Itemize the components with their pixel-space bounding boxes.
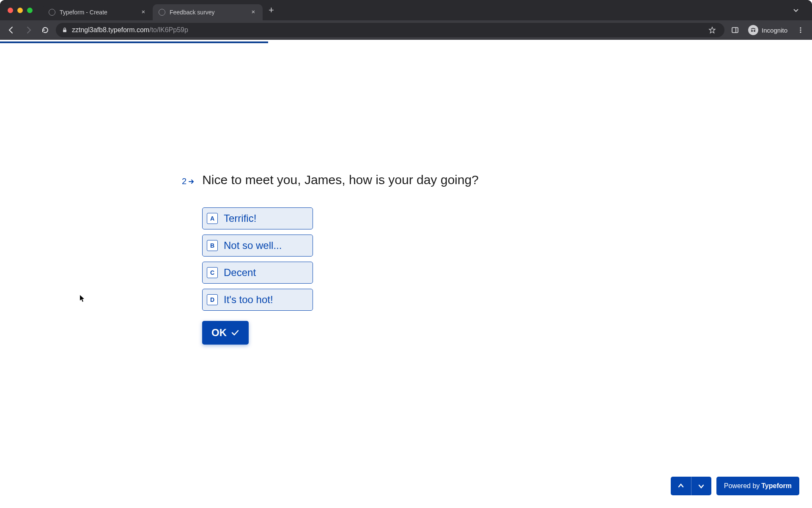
url-domain: zztngl3afb8.typeform.com: [72, 26, 149, 33]
side-panel-icon[interactable]: [729, 24, 741, 36]
window-maximize-button[interactable]: [27, 8, 33, 13]
svg-point-3: [751, 30, 753, 32]
question-number: 2: [182, 177, 195, 186]
lock-icon: [62, 27, 68, 33]
tab-title: Feedback survey: [170, 9, 246, 16]
choice-list: A Terrific! B Not so well... C Decent D …: [202, 207, 562, 311]
browser-chrome: Typeform - Create × Feedback survey × +: [0, 0, 812, 40]
window-controls: [8, 8, 33, 13]
tab-feedback-survey[interactable]: Feedback survey ×: [153, 4, 263, 20]
titlebar: Typeform - Create × Feedback survey × +: [0, 0, 812, 20]
choice-key: A: [207, 213, 218, 224]
incognito-icon: [748, 25, 758, 35]
ok-row: OK: [202, 321, 562, 345]
svg-rect-1: [732, 28, 738, 33]
next-question-button[interactable]: [691, 477, 711, 495]
question-row: 2 Nice to meet you, James, how is your d…: [182, 173, 562, 187]
svg-point-6: [800, 29, 801, 30]
address-bar[interactable]: zztngl3afb8.typeform.com/to/lK6Pp59p: [56, 23, 724, 37]
form-question-block: 2 Nice to meet you, James, how is your d…: [182, 173, 562, 345]
question-text: Nice to meet you, James, how is your day…: [202, 173, 479, 187]
close-tab-icon[interactable]: ×: [250, 9, 257, 16]
toolbar: zztngl3afb8.typeform.com/to/lK6Pp59p Inc…: [0, 20, 812, 40]
incognito-label: Incognito: [762, 27, 787, 34]
reload-button[interactable]: [39, 24, 52, 36]
prev-question-button[interactable]: [671, 477, 691, 495]
svg-rect-0: [63, 30, 66, 32]
choice-label: Terrific!: [224, 213, 256, 224]
url-text: zztngl3afb8.typeform.com/to/lK6Pp59p: [72, 26, 702, 34]
cursor-icon: [80, 295, 85, 302]
menu-button[interactable]: [794, 24, 807, 36]
check-icon: [231, 329, 239, 336]
choice-c[interactable]: C Decent: [202, 262, 313, 284]
favicon-icon: [159, 9, 165, 16]
choice-a[interactable]: A Terrific!: [202, 207, 313, 229]
window-close-button[interactable]: [8, 8, 13, 13]
ok-button[interactable]: OK: [202, 321, 249, 345]
svg-point-5: [800, 27, 801, 28]
choice-label: Decent: [224, 267, 256, 279]
choice-d[interactable]: D It's too hot!: [202, 289, 313, 311]
choice-label: Not so well...: [224, 240, 282, 251]
tab-title: Typeform - Create: [60, 9, 136, 16]
arrow-right-icon: [189, 179, 195, 184]
favicon-icon: [49, 9, 55, 16]
choice-key: B: [207, 240, 218, 251]
powered-prefix: Powered by: [724, 482, 760, 490]
powered-by-typeform-link[interactable]: Powered by Typeform: [716, 477, 799, 495]
choice-key: C: [207, 267, 218, 278]
progress-bar: [0, 41, 812, 43]
nav-pair: [671, 477, 711, 495]
tab-strip: Typeform - Create × Feedback survey × +: [43, 0, 784, 20]
forward-button[interactable]: [22, 24, 35, 36]
choice-key: D: [207, 294, 218, 305]
new-tab-button[interactable]: +: [263, 5, 280, 16]
footer-nav: Powered by Typeform: [671, 477, 799, 495]
url-path: /to/lK6Pp59p: [149, 26, 188, 33]
ok-label: OK: [211, 327, 227, 339]
svg-point-7: [800, 31, 801, 33]
bookmark-icon[interactable]: [706, 24, 719, 36]
tabs-overflow-button[interactable]: [787, 7, 804, 14]
progress-fill: [0, 41, 268, 43]
incognito-indicator[interactable]: Incognito: [746, 25, 790, 35]
powered-brand: Typeform: [761, 482, 792, 490]
svg-point-4: [754, 30, 755, 32]
choice-b[interactable]: B Not so well...: [202, 235, 313, 257]
choice-label: It's too hot!: [224, 294, 273, 306]
close-tab-icon[interactable]: ×: [140, 9, 147, 16]
question-number-value: 2: [182, 177, 187, 186]
tab-typeform-create[interactable]: Typeform - Create ×: [43, 4, 153, 20]
back-button[interactable]: [5, 24, 18, 36]
page-content: 2 Nice to meet you, James, how is your d…: [0, 41, 812, 508]
window-minimize-button[interactable]: [17, 8, 23, 13]
